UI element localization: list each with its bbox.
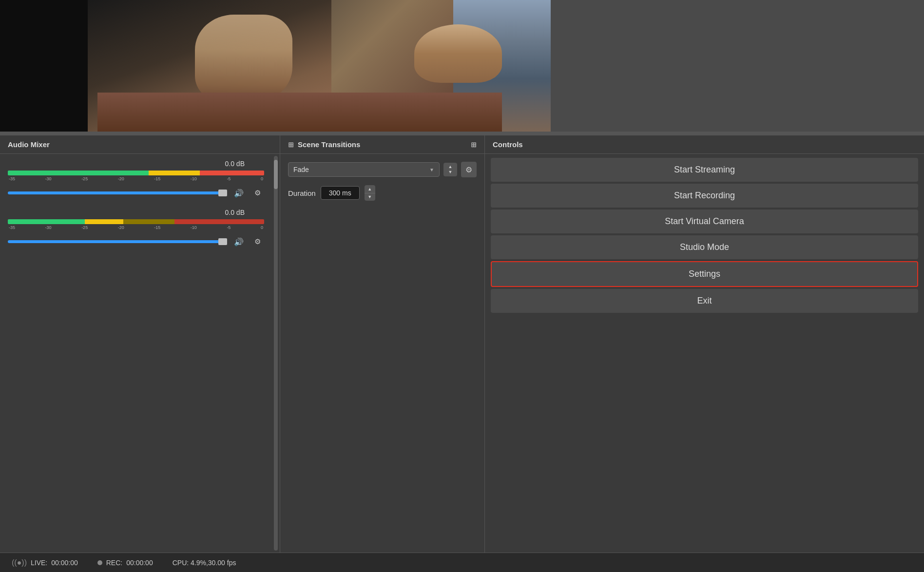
scene-transitions-panel: ⊞ Scene Transitions ⊞ Fade ▼ ▲ ▼ ⚙ Durat… <box>280 135 485 553</box>
start-streaming-button[interactable]: Start Streaming <box>491 158 918 182</box>
studio-mode-button[interactable]: Studio Mode <box>491 235 918 259</box>
audio-channel-1: 0.0 dB -35-30-25-20-15-10-50 <box>8 160 264 200</box>
panels-row: Audio Mixer 0.0 dB -35-30-25-20-15-10-50 <box>0 135 924 553</box>
rec-label: REC: <box>106 559 122 567</box>
controls-header: Controls <box>485 135 924 154</box>
audio-mixer-title: Audio Mixer <box>8 140 50 149</box>
live-icon: ((●)) <box>12 558 27 567</box>
channel2-db: 0.0 dB <box>8 209 264 216</box>
scene-transitions-icon-right: ⊞ <box>471 141 477 149</box>
scene-transitions-title: Scene Transitions <box>298 140 360 149</box>
audio-mixer-scrollbar-thumb[interactable] <box>274 160 278 189</box>
live-label: LIVE: <box>31 559 47 567</box>
channel1-mute-button[interactable]: 🔊 <box>232 186 246 200</box>
channel2-controls: 🔊 ⚙ <box>8 235 264 248</box>
start-recording-button[interactable]: Start Recording <box>491 184 918 208</box>
start-virtual-camera-button[interactable]: Start Virtual Camera <box>491 210 918 233</box>
live-status: ((●)) LIVE: 00:00:00 <box>12 558 78 567</box>
duration-input[interactable]: 300 ms <box>321 186 360 200</box>
transition-type-row: Fade ▼ ▲ ▼ ⚙ <box>288 162 477 177</box>
preview-area <box>0 0 924 132</box>
scene-transitions-header: ⊞ Scene Transitions ⊞ <box>280 135 484 154</box>
duration-row: Duration 300 ms ▲ ▼ <box>288 185 477 201</box>
channel1-settings-button[interactable]: ⚙ <box>250 186 264 200</box>
cpu-status: CPU: 4.9%,30.00 fps <box>173 559 236 567</box>
status-bar: ((●)) LIVE: 00:00:00 REC: 00:00:00 CPU: … <box>0 553 924 572</box>
transition-type-value: Fade <box>293 166 309 173</box>
audio-mixer-content: 0.0 dB -35-30-25-20-15-10-50 <box>0 154 272 553</box>
channel2-settings-button[interactable]: ⚙ <box>250 235 264 248</box>
channel1-controls: 🔊 ⚙ <box>8 186 264 200</box>
channel2-mute-button[interactable]: 🔊 <box>232 235 246 248</box>
spin-up-icon: ▲ <box>448 165 453 169</box>
rec-time: 00:00:00 <box>126 559 153 567</box>
audio-mixer-scrollbar[interactable] <box>274 156 278 551</box>
panel-divider <box>0 132 924 135</box>
channel1-volume-slider[interactable] <box>8 191 227 194</box>
spin-down-icon: ▼ <box>448 170 453 174</box>
channel2-meter <box>8 219 264 224</box>
preview-video <box>0 0 551 132</box>
transition-type-spinner[interactable]: ▲ ▼ <box>443 163 457 176</box>
chevron-icon: ▼ <box>429 167 434 172</box>
channel2-scale-labels: -35-30-25-20-15-10-50 <box>8 225 264 230</box>
channel1-db: 0.0 dB <box>8 160 264 168</box>
channel1-scale-labels: -35-30-25-20-15-10-50 <box>8 176 264 181</box>
channel2-volume-slider[interactable] <box>8 240 227 243</box>
transitions-content: Fade ▼ ▲ ▼ ⚙ Duration 300 ms ▲ ▼ <box>280 154 484 553</box>
channel1-meter <box>8 171 264 175</box>
exit-button[interactable]: Exit <box>491 289 918 313</box>
cpu-label: CPU: 4.9%,30.00 fps <box>173 559 236 567</box>
live-time: 00:00:00 <box>51 559 78 567</box>
rec-dot-icon <box>97 560 102 565</box>
scene-transitions-icon-left: ⊞ <box>288 141 294 149</box>
audio-mixer-header: Audio Mixer <box>0 135 280 154</box>
audio-mixer-panel: Audio Mixer 0.0 dB -35-30-25-20-15-10-50 <box>0 135 280 553</box>
duration-up-icon[interactable]: ▲ <box>365 185 375 193</box>
duration-label: Duration <box>288 189 316 197</box>
audio-channel-2: 0.0 dB -35-30-25-20-15-10-50 <box>8 209 264 248</box>
controls-title: Controls <box>493 140 523 149</box>
channel1-slider-thumb[interactable] <box>218 190 227 196</box>
transition-settings-button[interactable]: ⚙ <box>461 162 477 177</box>
duration-spinner[interactable]: ▲ ▼ <box>365 185 375 201</box>
rec-status: REC: 00:00:00 <box>97 559 153 567</box>
settings-button[interactable]: Settings <box>491 261 918 287</box>
duration-down-icon[interactable]: ▼ <box>365 193 375 201</box>
controls-content: Start Streaming Start Recording Start Vi… <box>485 154 924 553</box>
transition-type-select[interactable]: Fade ▼ <box>288 162 440 177</box>
controls-panel: Controls Start Streaming Start Recording… <box>485 135 924 553</box>
preview-sidebar <box>551 0 924 132</box>
channel2-slider-thumb[interactable] <box>218 238 227 245</box>
duration-value: 300 ms <box>329 189 351 197</box>
